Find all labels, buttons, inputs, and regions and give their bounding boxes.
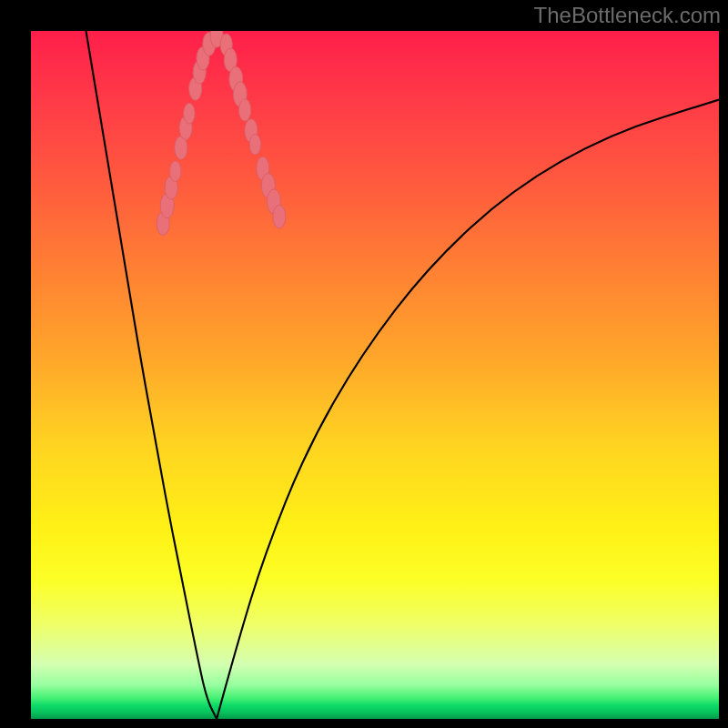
bead	[273, 205, 286, 228]
bead	[184, 103, 195, 124]
plot-area	[31, 31, 719, 719]
chart-frame: TheBottleneck.com	[0, 0, 728, 728]
watermark-text: TheBottleneck.com	[534, 3, 721, 28]
bead	[238, 99, 250, 121]
bead-cluster	[157, 31, 286, 236]
bead	[170, 161, 181, 182]
right-branch-curve	[217, 100, 719, 719]
chart-svg	[31, 31, 719, 719]
left-branch-curve	[86, 31, 217, 719]
bead	[249, 134, 260, 155]
